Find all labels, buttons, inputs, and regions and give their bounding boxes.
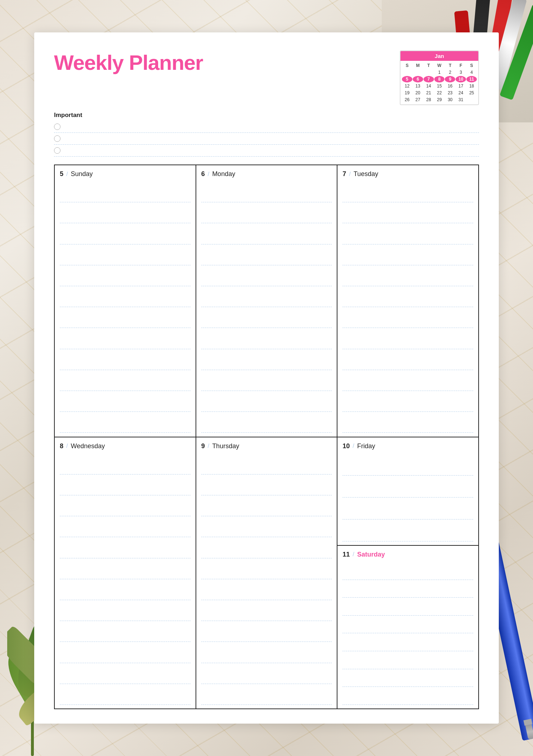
mini-calendar: Jan S M T W T F S 1 2 3 4 5 bbox=[400, 50, 479, 105]
day-slash-sunday: / bbox=[66, 171, 68, 177]
day-header-wednesday: 8 / Wednesday bbox=[60, 442, 191, 450]
important-section: Important bbox=[54, 112, 479, 157]
planner-title: Weekly Planner bbox=[54, 50, 203, 75]
planner-header: Weekly Planner Jan S M T W T F S 1 2 bbox=[54, 50, 479, 105]
planner-paper: Weekly Planner Jan S M T W T F S 1 2 bbox=[34, 32, 499, 724]
day-col-w: W bbox=[434, 62, 445, 69]
day-name-monday: Monday bbox=[212, 170, 235, 178]
day-number-thursday: 9 bbox=[201, 442, 205, 450]
day-header-sunday: 5 / Sunday bbox=[60, 170, 191, 178]
day-lines-thursday bbox=[201, 454, 332, 705]
mini-cal-month: Jan bbox=[400, 51, 478, 61]
day-name-tuesday: Tuesday bbox=[354, 170, 378, 178]
day-slash-saturday: / bbox=[353, 551, 354, 558]
day-name-thursday: Thursday bbox=[212, 442, 239, 450]
day-col-s1: S bbox=[402, 62, 412, 69]
day-cell-monday: 6 / Monday bbox=[196, 165, 338, 437]
day-cell-sunday: 5 / Sunday bbox=[55, 165, 196, 437]
important-label: Important bbox=[54, 112, 479, 119]
day-cell-saturday: 11 / Saturday bbox=[337, 546, 478, 708]
day-col-t2: T bbox=[445, 62, 455, 69]
day-col-t1: T bbox=[424, 62, 434, 69]
day-header-thursday: 9 / Thursday bbox=[201, 442, 332, 450]
day-number-monday: 6 bbox=[201, 170, 205, 178]
day-cell-thursday: 9 / Thursday bbox=[196, 437, 338, 710]
day-cell-wednesday: 8 / Wednesday bbox=[55, 437, 196, 710]
day-number-saturday: 11 bbox=[342, 551, 350, 558]
day-col-f: F bbox=[456, 62, 466, 69]
day-slash-friday: / bbox=[353, 443, 354, 449]
day-header-tuesday: 7 / Tuesday bbox=[342, 170, 473, 178]
days-grid: 5 / Sunday 6 / bbox=[54, 165, 479, 709]
important-item-1[interactable] bbox=[54, 121, 479, 133]
day-cell-tuesday: 7 / Tuesday bbox=[337, 165, 479, 437]
day-lines-monday bbox=[201, 181, 332, 433]
day-slash-wednesday: / bbox=[66, 443, 68, 449]
checkbox-2[interactable] bbox=[54, 135, 61, 142]
day-lines-tuesday bbox=[342, 181, 473, 433]
day-name-saturday: Saturday bbox=[357, 551, 385, 558]
important-item-2[interactable] bbox=[54, 133, 479, 145]
day-header-monday: 6 / Monday bbox=[201, 170, 332, 178]
day-header-saturday: 11 / Saturday bbox=[342, 551, 473, 558]
day-slash-tuesday: / bbox=[349, 171, 350, 177]
day-cell-friday: 10 / Friday bbox=[337, 437, 478, 546]
day-name-wednesday: Wednesday bbox=[71, 442, 105, 450]
day-number-wednesday: 8 bbox=[60, 442, 63, 450]
checkbox-1[interactable] bbox=[54, 123, 61, 130]
day-lines-friday bbox=[342, 454, 473, 541]
mini-cal-grid: S M T W T F S 1 2 3 4 5 6 7 8 9 bbox=[400, 61, 478, 104]
day-number-tuesday: 7 bbox=[342, 170, 346, 178]
day-slash-monday: / bbox=[208, 171, 209, 177]
day-slash-thursday: / bbox=[208, 443, 209, 449]
important-item-3[interactable] bbox=[54, 145, 479, 157]
day-name-sunday: Sunday bbox=[71, 170, 93, 178]
day-cell-friday-saturday: 10 / Friday 11 / Saturday bbox=[337, 437, 479, 710]
day-lines-sunday bbox=[60, 181, 191, 433]
day-number-friday: 10 bbox=[342, 442, 350, 450]
day-col-m: M bbox=[413, 62, 423, 69]
day-name-friday: Friday bbox=[357, 442, 375, 450]
day-number-sunday: 5 bbox=[60, 170, 63, 178]
day-lines-wednesday bbox=[60, 454, 191, 705]
day-header-friday: 10 / Friday bbox=[342, 442, 473, 450]
day-col-s2: S bbox=[466, 62, 477, 69]
checkbox-3[interactable] bbox=[54, 147, 61, 154]
day-lines-saturday bbox=[342, 562, 473, 705]
